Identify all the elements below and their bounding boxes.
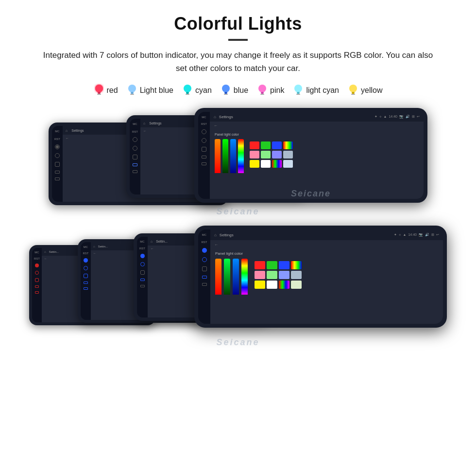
svg-rect-14 — [261, 92, 264, 94]
color-label-red: red — [107, 86, 118, 95]
svg-point-13 — [258, 85, 266, 92]
svg-point-10 — [222, 85, 230, 92]
svg-rect-11 — [224, 92, 227, 94]
device-bottom-4: MC RST ⌂ Settings ✦⟡▲14:40 📷🔊⊞↩ — [194, 226, 447, 328]
color-label-lightcyan: light cyan — [306, 86, 339, 95]
color-label-yellow: yellow — [361, 86, 382, 95]
svg-rect-8 — [186, 92, 189, 94]
svg-rect-20 — [352, 92, 355, 94]
bulb-icon-lightcyan — [293, 84, 304, 97]
color-label-blue: blue — [234, 86, 248, 95]
svg-rect-12 — [224, 94, 228, 95]
watermark-bottom-section: Seicane — [216, 337, 259, 348]
svg-point-4 — [128, 85, 136, 92]
color-label-lightblue: Light blue — [140, 86, 173, 95]
bulb-icon-pink — [257, 84, 268, 97]
color-item-lightcyan: light cyan — [293, 84, 339, 97]
bottom-devices-group: MC RST ⌂ Settin... ← — [29, 226, 447, 345]
svg-point-16 — [294, 85, 302, 92]
bulb-icon-yellow — [348, 84, 358, 97]
color-item-red: red — [94, 84, 118, 97]
svg-rect-9 — [186, 94, 189, 95]
color-item-pink: pink — [257, 84, 284, 97]
color-indicators-row: red Light blue cyan blue — [0, 84, 476, 97]
svg-rect-3 — [97, 94, 101, 95]
top-devices-group: MC RST ⌂ Settings ⊻ — [49, 108, 427, 215]
watermark-top-section: Seicane — [216, 207, 259, 217]
svg-point-1 — [95, 85, 103, 92]
svg-rect-5 — [131, 92, 134, 94]
bulb-icon-red — [94, 84, 104, 97]
svg-rect-2 — [98, 92, 101, 94]
bulb-icon-cyan — [182, 84, 193, 97]
svg-rect-17 — [297, 92, 300, 94]
color-label-pink: pink — [270, 86, 284, 95]
description: Integrated with 7 colors of button indic… — [29, 49, 447, 75]
svg-point-7 — [184, 85, 191, 92]
svg-point-19 — [349, 85, 357, 92]
bulb-icon-blue — [221, 84, 231, 97]
color-label-cyan: cyan — [195, 86, 212, 95]
title-divider — [228, 39, 248, 41]
svg-rect-6 — [130, 94, 134, 95]
color-item-yellow: yellow — [348, 84, 382, 97]
svg-rect-21 — [351, 94, 355, 95]
color-item-cyan: cyan — [182, 84, 212, 97]
device-card-3: MC RST ⌂ Settings ✦⟡▲14:40 📷� — [194, 108, 427, 203]
page-title: Colorful Lights — [0, 0, 476, 34]
svg-rect-15 — [260, 94, 264, 95]
svg-rect-18 — [296, 94, 300, 95]
color-item-lightblue: Light blue — [127, 84, 173, 97]
bulb-icon-lightblue — [127, 84, 137, 97]
color-item-blue: blue — [221, 84, 248, 97]
